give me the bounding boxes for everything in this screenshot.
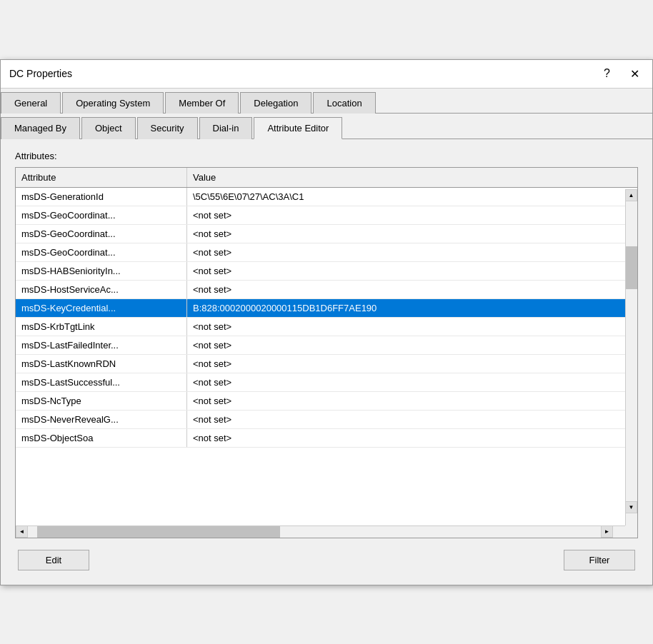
cell-attr: msDS-HostServiceAc...: [16, 281, 187, 298]
filter-button[interactable]: Filter: [564, 550, 635, 570]
scrollbar-thumb-horizontal[interactable]: [37, 526, 280, 538]
cell-value: <not set>: [187, 336, 637, 354]
cell-value: <not set>: [187, 318, 637, 336]
tab-location[interactable]: Location: [313, 92, 375, 114]
scroll-right-arrow[interactable]: ►: [601, 525, 613, 538]
scroll-down-arrow[interactable]: ▼: [625, 501, 637, 513]
tabs-row-1: General Operating System Member Of Deleg…: [1, 89, 652, 114]
table-row[interactable]: msDS-ObjectSoa <not set>: [16, 429, 637, 448]
scroll-left-arrow[interactable]: ◄: [16, 525, 28, 538]
cell-attr: msDS-NeverRevealG...: [16, 411, 187, 428]
cell-value: <not set>: [187, 281, 637, 298]
table-row[interactable]: msDS-GenerationId \5C\55\6E\07\27\AC\3A\…: [16, 188, 637, 206]
edit-button[interactable]: Edit: [18, 550, 89, 570]
horizontal-scrollbar[interactable]: ◄ ►: [16, 525, 625, 538]
table-header: Attribute Value: [16, 168, 637, 188]
title-bar-controls: ? ✕: [599, 66, 644, 82]
tabs-container: General Operating System Member Of Deleg…: [1, 89, 652, 139]
cell-attr: msDS-LastKnownRDN: [16, 355, 187, 373]
table-row[interactable]: msDS-GeoCoordinat... <not set>: [16, 243, 637, 262]
table-row[interactable]: msDS-HostServiceAc... <not set>: [16, 281, 637, 299]
cell-value: <not set>: [187, 206, 637, 224]
tab-member-of[interactable]: Member Of: [165, 92, 239, 114]
attributes-label: Attributes:: [15, 151, 638, 161]
dc-properties-window: DC Properties ? ✕ General Operating Syst…: [0, 59, 653, 585]
cell-attr: msDS-KrbTgtLink: [16, 318, 187, 336]
scroll-up-arrow[interactable]: ▲: [625, 189, 637, 201]
close-button[interactable]: ✕: [626, 66, 644, 82]
cell-attr: msDS-HABSeniorityIn...: [16, 262, 187, 280]
cell-attr: msDS-GeoCoordinat...: [16, 225, 187, 243]
scrollbar-corner: [625, 525, 637, 538]
tab-object[interactable]: Object: [81, 117, 136, 139]
title-bar: DC Properties ? ✕: [1, 60, 652, 89]
cell-value: B:828:0002000020000115DB1D6FF7AE190: [187, 299, 637, 317]
cell-attr: msDS-KeyCredential...: [16, 299, 187, 317]
content-area: Attributes: Attribute Value msDS-Generat…: [1, 139, 652, 585]
table-row[interactable]: msDS-NeverRevealG... <not set>: [16, 411, 637, 429]
tab-dial-in[interactable]: Dial-in: [199, 117, 253, 139]
cell-attr: msDS-LastSuccessful...: [16, 373, 187, 391]
tab-attribute-editor[interactable]: Attribute Editor: [254, 117, 342, 139]
tab-operating-system[interactable]: Operating System: [62, 92, 164, 114]
vertical-scrollbar[interactable]: ▲ ▼: [625, 189, 637, 525]
table-scroll-area[interactable]: msDS-GenerationId \5C\55\6E\07\27\AC\3A\…: [16, 188, 637, 536]
cell-value: <not set>: [187, 411, 637, 428]
tab-managed-by[interactable]: Managed By: [1, 117, 80, 139]
cell-attr: msDS-GenerationId: [16, 188, 187, 206]
scrollbar-thumb-vertical[interactable]: [626, 246, 637, 289]
table-row[interactable]: msDS-LastKnownRDN <not set>: [16, 355, 637, 373]
tab-security[interactable]: Security: [137, 117, 198, 139]
cell-attr: msDS-LastFailedInter...: [16, 336, 187, 354]
cell-attr: msDS-NcType: [16, 392, 187, 410]
cell-attr: msDS-ObjectSoa: [16, 429, 187, 447]
tabs-row-2: Managed By Object Security Dial-in Attri…: [1, 114, 652, 139]
table-row[interactable]: msDS-NcType <not set>: [16, 392, 637, 411]
cell-value: <not set>: [187, 243, 637, 261]
table-row[interactable]: msDS-GeoCoordinat... <not set>: [16, 225, 637, 243]
cell-value: <not set>: [187, 225, 637, 243]
attributes-table: Attribute Value msDS-GenerationId \5C\55…: [15, 167, 638, 538]
table-row[interactable]: msDS-LastFailedInter... <not set>: [16, 336, 637, 355]
cell-attr: msDS-GeoCoordinat...: [16, 243, 187, 261]
cell-value: <not set>: [187, 392, 637, 410]
table-row[interactable]: msDS-KrbTgtLink <not set>: [16, 318, 637, 336]
cell-attr: msDS-GeoCoordinat...: [16, 206, 187, 224]
table-row[interactable]: msDS-GeoCoordinat... <not set>: [16, 206, 637, 225]
help-button[interactable]: ?: [599, 66, 614, 81]
tab-general[interactable]: General: [1, 92, 61, 114]
table-row-selected[interactable]: msDS-KeyCredential... B:828:000200002000…: [16, 299, 637, 318]
cell-value: <not set>: [187, 373, 637, 391]
table-row[interactable]: msDS-LastSuccessful... <not set>: [16, 373, 637, 392]
buttons-row: Edit Filter: [15, 550, 638, 570]
cell-value: <not set>: [187, 429, 637, 447]
cell-value: <not set>: [187, 262, 637, 280]
col-header-value: Value: [187, 168, 637, 187]
tab-delegation[interactable]: Delegation: [240, 92, 311, 114]
window-title: DC Properties: [9, 68, 72, 79]
col-header-attribute: Attribute: [16, 168, 187, 187]
cell-value: <not set>: [187, 355, 637, 373]
cell-value: \5C\55\6E\07\27\AC\3A\C1: [187, 188, 637, 206]
table-row[interactable]: msDS-HABSeniorityIn... <not set>: [16, 262, 637, 281]
